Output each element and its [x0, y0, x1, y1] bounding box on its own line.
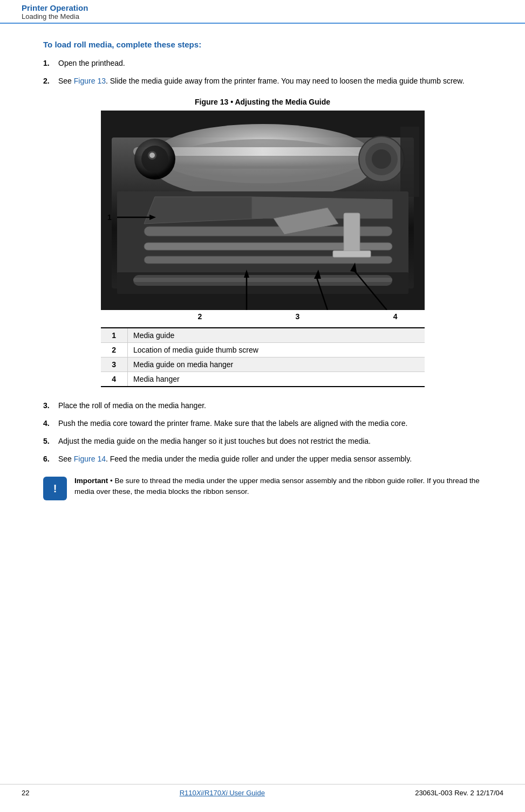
footer-doc-info: 23063L-003 Rev. 2 12/17/04	[415, 789, 503, 797]
step-3-text: Place the roll of media on the media han…	[58, 400, 482, 411]
step-2-num: 2.	[43, 75, 58, 87]
step-4-num: 4.	[43, 418, 58, 429]
fig-num-1: 2	[198, 312, 202, 321]
legend-num-2: 2	[101, 343, 128, 357]
important-bullet: •	[108, 477, 114, 485]
step-4: 4. Push the media core toward the printe…	[43, 418, 482, 429]
step-6-after: . Feed the media under the media guide r…	[106, 455, 412, 463]
svg-rect-26	[133, 278, 392, 282]
footer-guide-link[interactable]: R110Xi/R170Xi User Guide	[180, 789, 265, 797]
figure-13-wrapper: RIBBON	[101, 111, 425, 321]
step-1-num: 1.	[43, 58, 58, 69]
main-content: To load roll media, complete these steps…	[0, 24, 525, 543]
legend-num-4: 4	[101, 372, 128, 387]
important-box: ! Important • Be sure to thread the medi…	[43, 476, 482, 500]
svg-point-7	[141, 146, 168, 173]
legend-row-2: 2 Location of media guide thumb screw	[101, 343, 425, 357]
step-1-text: Open the printhead.	[58, 58, 482, 69]
fig-num-3: 4	[393, 312, 398, 321]
footer-page-num: 22	[22, 789, 29, 797]
legend-desc-2: Location of media guide thumb screw	[128, 343, 425, 357]
svg-text:1: 1	[107, 213, 112, 222]
legend-table: 1 Media guide 2 Location of media guide …	[101, 327, 425, 387]
svg-rect-13	[400, 127, 419, 197]
step-2-text: See Figure 13. Slide the media guide awa…	[58, 75, 482, 87]
legend-num-3: 3	[101, 357, 128, 372]
step-5-num: 5.	[43, 436, 58, 447]
figure-13-image: RIBBON	[101, 111, 425, 310]
step-6: 6. See Figure 14. Feed the media under t…	[43, 453, 482, 465]
svg-rect-23	[333, 251, 371, 257]
svg-point-9	[149, 153, 155, 158]
important-icon: !	[43, 477, 67, 500]
legend-row-3: 3 Media guide on media hanger	[101, 357, 425, 372]
svg-rect-22	[344, 213, 360, 256]
step-2-before: See	[58, 77, 74, 85]
step-3: 3. Place the roll of media on the media …	[43, 400, 482, 411]
legend-desc-3: Media guide on media hanger	[128, 357, 425, 372]
important-label: Important	[74, 477, 108, 485]
steps-list: 1. Open the printhead. 2. See Figure 13.…	[43, 58, 482, 87]
step-4-text: Push the media core toward the printer f…	[58, 418, 482, 429]
svg-text:RIBBON: RIBBON	[424, 125, 425, 162]
step-6-num: 6.	[43, 453, 58, 465]
footer-center: R110Xi/R170Xi User Guide	[180, 789, 265, 797]
step-6-before: See	[58, 455, 74, 463]
fig-num-2: 3	[296, 312, 300, 321]
breadcrumb-area: Printer Operation Loading the Media	[0, 0, 525, 24]
figure-14-link[interactable]: Figure 14	[74, 455, 106, 463]
important-icon-exclamation: !	[53, 483, 57, 495]
step-5-text: Adjust the media guide on the media hang…	[58, 436, 482, 447]
legend-row-4: 4 Media hanger	[101, 372, 425, 387]
svg-point-12	[372, 149, 391, 169]
step-3-num: 3.	[43, 400, 58, 411]
legend-desc-4: Media hanger	[128, 372, 425, 387]
step-6-text: See Figure 14. Feed the media under the …	[58, 453, 482, 465]
legend-row-1: 1 Media guide	[101, 328, 425, 343]
step-2: 2. See Figure 13. Slide the media guide …	[43, 75, 482, 87]
step-1: 1. Open the printhead.	[43, 58, 482, 69]
legend-desc-1: Media guide	[128, 328, 425, 343]
step-5: 5. Adjust the media guide on the media h…	[43, 436, 482, 447]
steps-list-2: 3. Place the roll of media on the media …	[43, 400, 482, 465]
breadcrumb-subtitle: Loading the Media	[22, 12, 503, 20]
section-heading: To load roll media, complete these steps…	[43, 40, 482, 49]
breadcrumb-title: Printer Operation	[22, 3, 503, 12]
figure-caption: Figure 13 • Adjusting the Media Guide	[43, 98, 482, 106]
important-text: Important • Be sure to thread the media …	[74, 476, 482, 498]
step-2-after: . Slide the media guide away from the pr…	[106, 77, 465, 85]
legend-num-1: 1	[101, 328, 128, 343]
footer: 22 R110Xi/R170Xi User Guide 23063L-003 R…	[0, 784, 525, 801]
figure-13-link[interactable]: Figure 13	[74, 77, 106, 85]
figure-num-labels: 2 3 4	[101, 312, 425, 321]
important-body: Be sure to thread the media under the up…	[74, 477, 480, 496]
